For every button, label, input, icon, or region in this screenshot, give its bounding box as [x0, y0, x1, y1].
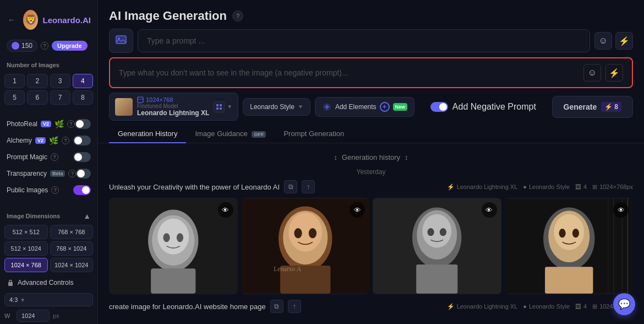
model-selector[interactable]: 1024×768 Finetuned Model Leonardo Lightn…: [109, 93, 238, 121]
dim-btn-1024x768[interactable]: 1024 × 768: [4, 258, 48, 272]
dim-btn-512x512[interactable]: 512 × 512: [4, 225, 48, 239]
tab-prompt-generation[interactable]: Prompt Generation: [275, 125, 353, 143]
svg-point-17: [288, 213, 322, 252]
px-label: px: [53, 312, 59, 319]
content-area: ↕ Generation history ↕ Yesterday Unleash…: [98, 143, 644, 324]
gen-history-title: Generation history: [342, 153, 400, 161]
alchemy-badge: V2: [35, 137, 46, 144]
eye-btn-1-4[interactable]: 👁: [613, 202, 629, 218]
svg-point-34: [559, 229, 565, 237]
num-btn-5[interactable]: 5: [4, 90, 25, 105]
generate-button[interactable]: Generate ⚡ 8: [552, 96, 633, 118]
photoreal-toggle[interactable]: [75, 119, 91, 129]
photoreal-info-icon[interactable]: ?: [67, 120, 75, 128]
neg-enhance-btn[interactable]: ⚡: [605, 64, 623, 82]
dim-btn-512x1024[interactable]: 512 × 1024: [4, 241, 48, 256]
brand-name: Leonardo.AI: [42, 15, 91, 25]
svg-point-28: [440, 228, 446, 236]
num-btn-8[interactable]: 8: [73, 90, 93, 105]
num-images-grid: 1 2 3 4 5 6 7 8: [0, 72, 97, 107]
dim-btn-768x1024[interactable]: 768 × 1024: [50, 241, 94, 256]
image-guidance-off-badge: OFF: [252, 131, 266, 138]
dim-collapse-icon[interactable]: ▲: [83, 212, 91, 220]
add-elements-button[interactable]: Add Elements + New: [315, 97, 414, 117]
svg-rect-26: [416, 264, 457, 294]
copy-prompt-btn-2[interactable]: ⧉: [270, 300, 283, 313]
public-images-toggle[interactable]: [73, 185, 91, 195]
prompt-magic-toggle[interactable]: [73, 152, 91, 162]
alchemy-info-icon[interactable]: ?: [62, 137, 69, 144]
dim-btn-768x768[interactable]: 768 × 768: [50, 225, 94, 239]
num-btn-4[interactable]: 4: [73, 74, 93, 88]
public-images-info-icon[interactable]: ?: [51, 186, 59, 194]
image-set-1: Unleash your Creativity with the power o…: [109, 180, 633, 294]
num-images-title: Number of Images: [0, 57, 97, 72]
neg-emoji-btn[interactable]: ☺: [583, 64, 601, 82]
prompt-magic-label: Prompt Magic ?: [7, 153, 58, 161]
photoreal-leaf-icon: 🌿: [54, 120, 64, 128]
image-set-2-header: create image for Leonardo.AI website hom…: [109, 300, 633, 313]
transparency-info-icon[interactable]: ?: [68, 170, 76, 177]
public-images-label: Public Images ?: [7, 186, 59, 194]
advanced-controls-label: Advanced Controls: [18, 279, 73, 287]
ratio-select[interactable]: 4:3 ▼: [4, 293, 93, 306]
tab-image-guidance[interactable]: Image Guidance OFF: [186, 125, 275, 143]
eye-btn-1-3[interactable]: 👁: [482, 202, 497, 218]
image-set-2: create image for Leonardo.AI website hom…: [109, 300, 633, 313]
prompt-magic-info-icon[interactable]: ?: [51, 153, 58, 161]
svg-point-35: [572, 229, 578, 237]
num-btn-1[interactable]: 1: [4, 74, 25, 88]
svg-point-13: [177, 233, 183, 242]
prompt-input[interactable]: [138, 29, 590, 52]
public-images-row: Public Images ?: [0, 182, 97, 198]
alchemy-toggle[interactable]: [73, 136, 91, 145]
generate-cost-badge: ⚡ 8: [601, 102, 621, 112]
neg-prompt-toggle-row: Add Negative Prompt: [430, 102, 536, 112]
svg-point-19: [294, 228, 302, 238]
history-date: Yesterday: [109, 166, 633, 180]
num-btn-6[interactable]: 6: [27, 90, 47, 105]
token-info-icon[interactable]: ?: [41, 42, 48, 50]
image-card-1-1: 👁: [109, 198, 238, 294]
upload-btn-1[interactable]: ↑: [302, 180, 315, 193]
num-btn-7[interactable]: 7: [50, 90, 70, 105]
negative-prompt-input[interactable]: [119, 68, 579, 77]
page-help-icon[interactable]: ?: [232, 10, 243, 21]
svg-point-25: [422, 214, 451, 248]
dim-section-header: Image Dimensions ▲: [0, 207, 97, 223]
tab-generation-history[interactable]: Generation History: [109, 125, 186, 143]
alchemy-row: Alchemy V2 🌿 ?: [0, 132, 97, 149]
num-btn-3[interactable]: 3: [50, 74, 70, 88]
chat-bubble[interactable]: 💬: [613, 293, 635, 315]
alchemy-leaf-icon: 🌿: [49, 136, 58, 145]
negative-prompt-inner: ☺ ⚡: [110, 58, 632, 87]
prompt-icon-box: [109, 29, 133, 53]
dim-btn-1024x1024[interactable]: 1024 × 1024: [50, 258, 94, 272]
image-gen-icon: [114, 34, 128, 47]
upgrade-button[interactable]: Upgrade: [52, 41, 88, 51]
upload-btn-2[interactable]: ↑: [288, 300, 301, 313]
meta-model-1: ⚡ Leonardo Lightning XL: [447, 183, 518, 191]
copy-prompt-btn-1[interactable]: ⧉: [284, 180, 297, 193]
num-btn-2[interactable]: 2: [27, 74, 47, 88]
back-arrow-icon[interactable]: ←: [7, 13, 17, 26]
emoji-btn[interactable]: ☺: [594, 32, 612, 50]
style-selector[interactable]: Leonardo Style ▼: [243, 98, 310, 116]
eye-btn-1-2[interactable]: 👁: [350, 202, 365, 218]
prompt-magic-row: Prompt Magic ?: [0, 149, 97, 165]
svg-point-32: [554, 214, 584, 250]
w-label: W: [4, 312, 13, 319]
generate-cost: 8: [614, 103, 618, 111]
avatar: 🦁: [23, 10, 38, 30]
elements-plus-icon: +: [380, 102, 390, 112]
transparency-row: Transparency Beta ?: [0, 165, 97, 182]
eye-btn-1-1[interactable]: 👁: [218, 202, 233, 218]
transparency-toggle[interactable]: [76, 169, 91, 179]
transparency-label: Transparency Beta ?: [7, 170, 76, 177]
sidebar-header: ← 🦁 Leonardo.AI: [0, 6, 97, 37]
w-input[interactable]: [17, 310, 50, 322]
new-badge: New: [393, 103, 408, 111]
neg-prompt-toggle[interactable]: [430, 102, 448, 112]
model-row: 1024×768 Finetuned Model Leonardo Lightn…: [109, 93, 633, 121]
enhance-btn[interactable]: ⚡: [615, 32, 633, 50]
